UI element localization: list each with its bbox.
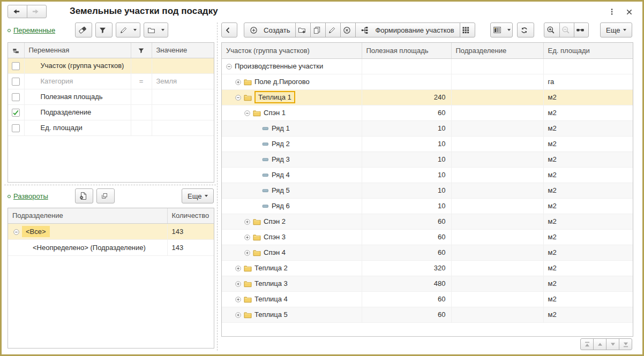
- pivots-link[interactable]: Развороты: [8, 192, 48, 200]
- forward-button[interactable]: [27, 5, 47, 18]
- expand-icon[interactable]: [244, 234, 250, 240]
- collapse-icon[interactable]: [244, 110, 250, 116]
- expand-icon[interactable]: [244, 250, 250, 256]
- row-checkbox[interactable]: [12, 93, 20, 101]
- expand-icon[interactable]: [235, 266, 241, 271]
- move-to-top-button[interactable]: [580, 338, 594, 350]
- column-header-department[interactable]: Подразделение: [8, 208, 167, 223]
- list-item-icon: [262, 189, 269, 193]
- department-value: [451, 167, 543, 183]
- column-header-useful-area[interactable]: Полезная площадь: [362, 43, 451, 58]
- row-checkbox[interactable]: [12, 78, 20, 86]
- close-icon[interactable]: [625, 6, 636, 18]
- tree-row[interactable]: Теплица 460м2: [222, 291, 633, 307]
- column-header-value[interactable]: Значение: [152, 43, 214, 58]
- dropdown-arrow-icon: [507, 29, 511, 31]
- unit-value: м2: [543, 167, 633, 183]
- tree-row[interactable]: Ряд 110м2: [222, 120, 633, 136]
- clear-filter-button[interactable]: [75, 22, 92, 37]
- column-header-unit[interactable]: Ед. площади: [543, 43, 633, 58]
- back-button[interactable]: [8, 5, 27, 18]
- variable-row[interactable]: Подразделение: [8, 104, 214, 120]
- variable-row[interactable]: Полезная площадь: [8, 89, 214, 104]
- zoom-out-button[interactable]: [559, 22, 574, 37]
- filter-button[interactable]: [95, 22, 113, 37]
- tree-row[interactable]: Спэн 360м2: [222, 229, 633, 245]
- variable-row[interactable]: Ед. площади: [8, 120, 214, 135]
- tree-row[interactable]: Ряд 610м2: [222, 198, 633, 214]
- collapse-icon[interactable]: [235, 95, 241, 101]
- column-header-variable[interactable]: Переменная: [24, 43, 131, 58]
- filter-icon: [99, 26, 107, 34]
- collapse-icon[interactable]: [13, 229, 19, 235]
- expand-icon[interactable]: [235, 297, 241, 302]
- move-up-button[interactable]: [593, 338, 606, 350]
- tree-row[interactable]: Спэн 160м2: [222, 105, 633, 120]
- pivots-more-button[interactable]: Еще: [182, 188, 214, 203]
- report-settings-button[interactable]: [75, 188, 93, 203]
- variable-row[interactable]: Участок (группа участков): [8, 58, 214, 73]
- tree-row[interactable]: Спэн 260м2: [222, 214, 633, 229]
- splitter[interactable]: [217, 22, 218, 351]
- row-checkbox[interactable]: [12, 124, 20, 132]
- create-button[interactable]: Создать: [244, 22, 296, 37]
- expand-icon[interactable]: [235, 281, 241, 287]
- collapse-icon[interactable]: [226, 64, 232, 70]
- variable-value: [152, 104, 214, 120]
- variables-link[interactable]: Переменные: [8, 26, 55, 34]
- move-down-button[interactable]: [606, 338, 619, 350]
- useful-area-value: 10: [362, 120, 451, 136]
- expand-icon[interactable]: [235, 79, 241, 85]
- column-header-filter[interactable]: [131, 43, 152, 58]
- generate-plots-button[interactable]: Формирование участков: [355, 22, 460, 37]
- move-to-bottom-button[interactable]: [619, 338, 632, 350]
- tree-row[interactable]: Ряд 210м2: [222, 136, 633, 152]
- tree-row[interactable]: Теплица 2320м2: [222, 260, 633, 276]
- tree-row[interactable]: Ряд 510м2: [222, 183, 633, 198]
- edit-dropdown-button[interactable]: [116, 22, 140, 37]
- refresh-button[interactable]: [517, 22, 534, 37]
- create-group-button[interactable]: [295, 22, 311, 37]
- column-header-plot-group[interactable]: Участок (группа участков): [222, 43, 362, 58]
- kebab-menu-icon[interactable]: [607, 6, 619, 18]
- unit-value: м2: [543, 229, 633, 245]
- expand-icon[interactable]: [235, 312, 241, 318]
- unit-value: м2: [543, 152, 633, 167]
- list-more-button[interactable]: Еще: [600, 22, 632, 37]
- grouping-dropdown-button[interactable]: [144, 22, 168, 37]
- variable-row[interactable]: Категория=Земля: [8, 73, 214, 89]
- pivot-row[interactable]: <Неопределено> (Подразделение)143: [8, 239, 214, 255]
- tree-row[interactable]: Производственные участки: [222, 58, 633, 74]
- glasses-button[interactable]: [574, 22, 589, 37]
- column-header-department[interactable]: Подразделение: [451, 43, 543, 58]
- copy-button[interactable]: [310, 22, 326, 37]
- collapse-settings-button[interactable]: [221, 22, 237, 37]
- zoom-out-icon: [561, 26, 570, 34]
- view-mode-dropdown-button[interactable]: [490, 22, 513, 37]
- app-window: Земельные участки под посадку Переменные…: [0, 0, 644, 356]
- row-checkbox[interactable]: [12, 62, 20, 70]
- variable-label: Категория: [41, 77, 73, 85]
- department-value: [451, 152, 543, 167]
- forward-arrow-icon: [32, 7, 40, 16]
- tree-row[interactable]: Теплица 560м2: [222, 307, 633, 322]
- row-checkbox[interactable]: [12, 109, 20, 117]
- column-header-select[interactable]: [8, 43, 24, 58]
- comparison-operator: [131, 120, 152, 135]
- column-header-count[interactable]: Количество: [167, 208, 214, 223]
- tree-row[interactable]: Ряд 310м2: [222, 152, 633, 167]
- zoom-in-button[interactable]: [544, 22, 560, 37]
- tree-row[interactable]: Теплица 3480м2: [222, 276, 633, 291]
- detach-window-button[interactable]: [96, 188, 115, 203]
- tree-row[interactable]: Спэн 460м2: [222, 245, 633, 260]
- edit-button[interactable]: [325, 22, 341, 37]
- variable-value: [152, 89, 214, 104]
- unit-value: м2: [543, 120, 633, 136]
- tree-row[interactable]: Поле д.Пироговога: [222, 74, 633, 89]
- grid-view-button[interactable]: [460, 22, 475, 37]
- tree-row[interactable]: Теплица 1240м2: [222, 89, 633, 105]
- delete-button[interactable]: [340, 22, 356, 37]
- pivot-row[interactable]: <Все>143: [8, 223, 214, 239]
- expand-icon[interactable]: [244, 219, 250, 225]
- tree-row[interactable]: Ряд 410м2: [222, 167, 633, 183]
